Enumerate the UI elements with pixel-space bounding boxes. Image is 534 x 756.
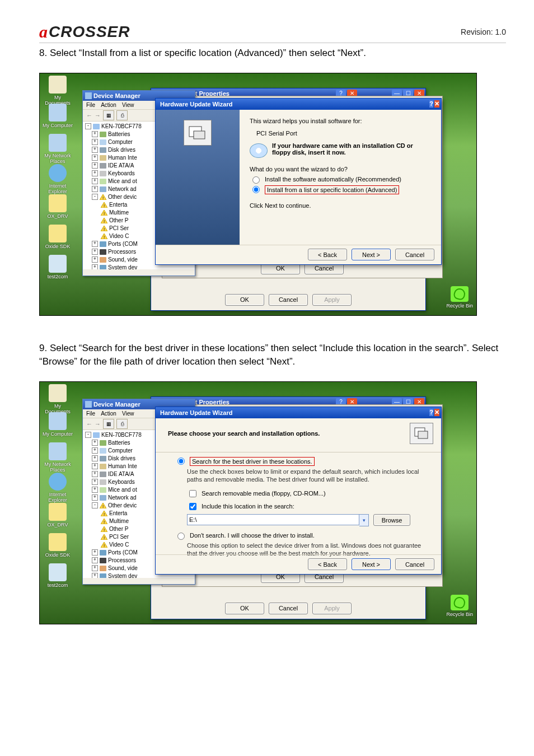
- svg-text:!: !: [102, 504, 104, 508]
- desktop-icon-oxidesdk[interactable]: Oxide SDK: [41, 225, 74, 249]
- device-name: PCI Serial Port: [256, 130, 431, 137]
- svg-text:!: !: [104, 512, 105, 516]
- svg-rect-35: [100, 472, 106, 477]
- svg-text:!: !: [104, 528, 105, 532]
- ok-button[interactable]: OK: [225, 603, 264, 614]
- svg-rect-51: [100, 550, 106, 556]
- scan-icon[interactable]: ⎙: [116, 110, 128, 120]
- svg-rect-23: [100, 249, 106, 255]
- screenshot-1: My Documents My Computer My Network Plac…: [39, 73, 477, 316]
- svg-rect-57: [418, 431, 428, 438]
- close-icon[interactable]: ✕: [434, 409, 439, 416]
- path-input[interactable]: [187, 514, 359, 525]
- wizard-icon: [184, 120, 212, 146]
- screenshot-2: My Documents My Computer My Network Plac…: [39, 381, 477, 624]
- chk-removable[interactable]: Search removable media (floppy, CD-ROM..…: [187, 488, 427, 499]
- svg-rect-2: [100, 132, 106, 137]
- svg-rect-1: [93, 124, 100, 129]
- desktop-icon-oxdrv[interactable]: OX_DRV: [41, 503, 74, 528]
- radio-auto[interactable]: Install the software automatically (Reco…: [250, 176, 431, 184]
- svg-rect-53: [100, 566, 106, 571]
- svg-text:!: !: [104, 535, 105, 540]
- radio-dont-search[interactable]: Don't search. I will choose the driver t…: [175, 532, 427, 540]
- svg-rect-6: [100, 163, 106, 169]
- svg-rect-22: [100, 241, 106, 247]
- svg-rect-37: [100, 487, 106, 493]
- svg-rect-29: [85, 401, 92, 408]
- continue-text: Click Next to continue.: [250, 202, 431, 209]
- svg-text:!: !: [104, 520, 105, 524]
- desktop-icon-computer[interactable]: My Computer: [41, 412, 74, 437]
- svg-rect-32: [100, 448, 106, 454]
- next-button[interactable]: Next >: [352, 558, 391, 570]
- desktop-icon-documents[interactable]: My Documents: [41, 76, 74, 106]
- svg-rect-31: [100, 440, 106, 446]
- svg-rect-28: [194, 131, 205, 139]
- svg-rect-24: [100, 257, 106, 263]
- svg-rect-9: [100, 186, 106, 192]
- apply-button: Apply: [312, 603, 352, 614]
- svg-rect-0: [85, 92, 92, 99]
- svg-rect-54: [100, 573, 106, 578]
- radio-advanced[interactable]: Install from a list or specific location…: [250, 185, 431, 194]
- step-9-text: 9. Select “Search for the best driver in…: [39, 342, 506, 369]
- cancel-button[interactable]: Cancel: [269, 294, 308, 306]
- svg-text:!: !: [104, 203, 105, 208]
- desktop-icon-documents[interactable]: My Documents: [41, 384, 74, 414]
- svg-text:!: !: [104, 227, 105, 231]
- apply-button: Apply: [312, 294, 352, 306]
- svg-text:!: !: [104, 219, 105, 223]
- close-icon[interactable]: ✕: [434, 100, 439, 108]
- back-button[interactable]: < Back: [308, 249, 347, 260]
- prop-icon[interactable]: ▦: [103, 110, 114, 120]
- desktop-icon-network[interactable]: My Network Places: [41, 134, 74, 164]
- next-button[interactable]: Next >: [352, 249, 391, 260]
- radio-search[interactable]: Search for the best driver in these loca…: [175, 457, 427, 466]
- cd-hint: If your hardware came with an installati…: [272, 142, 431, 156]
- chk-include[interactable]: Include this location in the search:: [187, 501, 427, 512]
- dropdown-icon[interactable]: ▾: [359, 514, 369, 526]
- svg-rect-36: [100, 479, 106, 485]
- svg-text:!: !: [104, 211, 105, 216]
- svg-rect-38: [100, 495, 106, 501]
- help-icon[interactable]: ?: [429, 100, 433, 108]
- svg-rect-3: [100, 139, 106, 145]
- wizard-icon: [410, 423, 433, 444]
- svg-rect-8: [100, 179, 106, 184]
- desktop-icon-test2com[interactable]: test2com: [41, 563, 74, 588]
- back-button[interactable]: < Back: [308, 558, 347, 570]
- cancel-button[interactable]: Cancel: [269, 603, 308, 614]
- svg-rect-34: [100, 464, 106, 469]
- svg-rect-33: [100, 456, 106, 461]
- desktop-icon-recycle[interactable]: Recycle Bin: [446, 595, 473, 617]
- svg-rect-4: [100, 147, 106, 153]
- wizard-title: Hardware Update Wizard: [160, 409, 233, 416]
- wizard-header: Please choose your search and installati…: [168, 430, 320, 437]
- step-8-text: 8. Select “Install from a list or specif…: [39, 46, 506, 60]
- desktop-icon-oxdrv[interactable]: OX_DRV: [41, 194, 74, 219]
- desktop-icon-network[interactable]: My Network Places: [41, 442, 74, 473]
- help-icon[interactable]: ?: [429, 409, 433, 416]
- hardware-wizard-1: Hardware Update Wizard ?✕ This wizard he…: [155, 98, 442, 265]
- cd-icon: [250, 143, 268, 158]
- svg-rect-7: [100, 171, 106, 176]
- svg-rect-52: [100, 558, 106, 563]
- desktop-icon-test2com[interactable]: test2com: [41, 255, 74, 279]
- ok-button[interactable]: OK: [225, 294, 264, 306]
- desktop-icon-recycle[interactable]: Recycle Bin: [446, 286, 473, 309]
- cancel-button[interactable]: Cancel: [395, 558, 434, 570]
- cancel-button[interactable]: Cancel: [395, 249, 434, 260]
- svg-rect-25: [100, 265, 106, 269]
- revision-text: Revision: 1.0: [461, 27, 506, 36]
- desktop-icon-oxidesdk[interactable]: Oxide SDK: [41, 533, 74, 558]
- desktop-icon-computer[interactable]: My Computer: [41, 104, 74, 128]
- svg-rect-5: [100, 155, 106, 161]
- wizard-intro: This wizard helps you install software f…: [250, 118, 431, 124]
- svg-text:!: !: [102, 195, 104, 200]
- search-help: Use the check boxes below to limit or ex…: [187, 468, 427, 484]
- svg-text:!: !: [104, 543, 105, 548]
- brand-logo: aCROSSER: [39, 22, 130, 41]
- browse-button[interactable]: Browse: [373, 514, 410, 526]
- desktop-icon-ie[interactable]: Internet Explorer: [41, 473, 74, 503]
- desktop-icon-ie[interactable]: Internet Explorer: [41, 164, 74, 194]
